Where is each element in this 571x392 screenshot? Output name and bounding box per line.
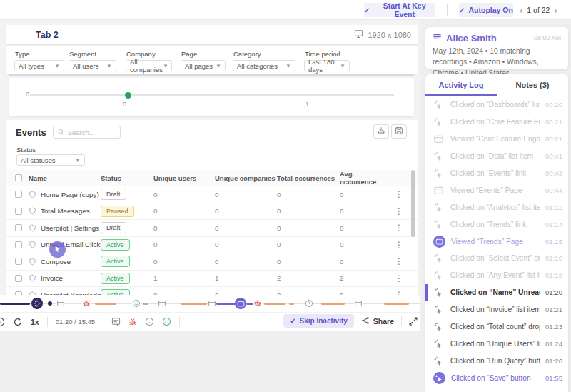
status-badge: Draft	[101, 189, 126, 200]
prev-recording-button[interactable]: ‹	[520, 6, 522, 15]
activity-label: Clicked on “Total count” dropdown	[450, 323, 540, 331]
horizontal-scrollbar[interactable]	[9, 74, 414, 76]
column-header[interactable]: Name	[29, 174, 101, 182]
activity-log-item[interactable]: Clicked on “Any Event” list item01:18	[425, 267, 568, 284]
activity-log-item[interactable]: Clicked on “Data” list item00:41	[425, 148, 568, 165]
filter-select[interactable]: All companies▼	[126, 60, 172, 71]
next-recording-button[interactable]: ›	[554, 6, 557, 15]
row-menu-button[interactable]: ⋮	[385, 256, 413, 266]
activity-log-item[interactable]: Clicked on “Save” button01:55	[425, 369, 568, 386]
row-menu-button[interactable]: ⋮	[385, 273, 413, 283]
activity-log-item[interactable]: Clicked on “Name” Unread Email C...01:20	[425, 284, 568, 301]
click-icon	[434, 305, 445, 314]
start-at-key-event-button[interactable]: ✓Start At Key Event	[364, 3, 435, 17]
expand-icon[interactable]	[409, 317, 418, 326]
note-icon[interactable]	[111, 317, 121, 326]
activity-log-item[interactable]: Clicked on “Trends” link01:14	[425, 216, 568, 233]
replay-icon[interactable]	[13, 317, 23, 327]
timeline-current-marker[interactable]	[31, 298, 43, 309]
chart-data-point[interactable]	[125, 92, 131, 99]
activity-log-item[interactable]: Clicked on “Unique Users” list item01:24	[425, 335, 568, 352]
activity-log-item[interactable]: Viewed “Core Feature Engagment”00:21	[425, 131, 568, 148]
filter-label: Segment	[69, 50, 116, 58]
pause-button[interactable]	[0, 317, 5, 327]
user-name[interactable]: Alice Smith	[446, 33, 534, 44]
autoplay-button[interactable]: ✓Autoplay On	[459, 3, 513, 17]
menu-icon[interactable]	[433, 32, 442, 44]
table-row[interactable]: Userpilot | SettingsDraft0000⋮	[6, 220, 418, 237]
error-icon[interactable]	[128, 318, 137, 326]
activity-log-item[interactable]: Viewed “Trends” Page01:15	[425, 233, 568, 250]
page-event-icon[interactable]	[355, 300, 363, 308]
column-header[interactable]: Unique users	[153, 174, 215, 182]
save-view-button[interactable]	[391, 124, 407, 139]
row-checkbox[interactable]	[15, 191, 22, 198]
smiley-event-icon[interactable]	[132, 299, 141, 308]
row-checkbox[interactable]	[15, 241, 22, 248]
playback-timeline[interactable]	[0, 296, 420, 311]
tab-notes-3-[interactable]: Notes (3)	[497, 74, 568, 96]
events-search[interactable]	[53, 126, 121, 139]
column-header[interactable]: Status	[101, 174, 153, 182]
page-event-icon[interactable]	[158, 300, 166, 308]
activity-log-item[interactable]: Clicked on “Total count” dropdown01:23	[425, 318, 568, 336]
activity-log-item[interactable]: Clicked on “Invoice” list item01:21	[425, 301, 568, 318]
chevron-down-icon: ▼	[340, 63, 345, 69]
row-menu-button[interactable]: ⋮	[385, 240, 413, 250]
tab-activity-log[interactable]: Activity Log	[425, 74, 497, 96]
table-row[interactable]: Total MeesagesPaused0000⋮	[6, 203, 418, 221]
sad-face-icon[interactable]	[145, 317, 154, 326]
column-header[interactable]: Total occurrences	[277, 174, 340, 182]
row-checkbox[interactable]	[15, 275, 22, 282]
column-header[interactable]: Avg. occurrence	[340, 170, 385, 186]
page-event-icon[interactable]	[208, 300, 216, 308]
row-menu-button[interactable]: ⋮	[385, 223, 413, 233]
column-header[interactable]: Unique companies	[215, 174, 277, 182]
row-menu-button[interactable]: ⋮	[385, 206, 413, 216]
events-title: Events	[16, 127, 46, 138]
timeline-activity-segment	[321, 303, 345, 305]
activity-log-item[interactable]: Clicked on “Select Event” dropdown01:16	[425, 250, 568, 267]
activity-log-item[interactable]: Clicked on “Dashboards” list item00:20	[425, 96, 568, 114]
table-row[interactable]: ComposeActive0000⋮	[6, 253, 418, 271]
table-row[interactable]: Unread Email ClickActive0000⋮	[6, 237, 418, 254]
row-checkbox[interactable]	[15, 224, 22, 231]
status-filter-select[interactable]: All statuses▼	[16, 154, 85, 166]
filter-select[interactable]: All users▼	[69, 60, 116, 71]
download-button[interactable]	[373, 124, 389, 139]
filter-select[interactable]: Last 180 days▼	[304, 60, 350, 71]
skip-inactivity-button[interactable]: ✓Skip Inactivity	[283, 314, 354, 328]
timeline-viewed-marker[interactable]	[235, 298, 246, 309]
activity-log-item[interactable]: Clicked on “Run Query” button01:26	[425, 352, 568, 369]
table-row[interactable]: Userpilot Knowledge ...Active0000⋮	[6, 287, 418, 295]
activity-log-item[interactable]: Clicked on “Core Feature Engagem...00:21	[425, 114, 568, 131]
metric-value: 0	[340, 224, 385, 232]
activity-log-item[interactable]: Viewed “Events” Page00:44	[425, 181, 568, 198]
row-menu-button[interactable]: ⋮	[385, 290, 413, 295]
filter-select[interactable]: All types▼	[14, 60, 64, 71]
error-event-icon[interactable]	[253, 299, 262, 308]
page-event-icon[interactable]	[57, 300, 65, 308]
clock-event-icon[interactable]	[305, 299, 313, 308]
select-all-checkbox[interactable]	[15, 174, 22, 181]
share-button[interactable]: Share	[361, 316, 394, 326]
activity-log-item[interactable]: Clicked on “Events” link00:43	[425, 165, 568, 182]
happy-face-icon[interactable]	[162, 317, 171, 326]
row-checkbox[interactable]	[15, 208, 22, 215]
table-row[interactable]: Home Page (copy)Draft0000⋮	[6, 186, 418, 203]
error-event-icon[interactable]	[82, 299, 91, 308]
row-menu-button[interactable]: ⋮	[385, 189, 413, 199]
event-name: Home Page (copy)	[41, 191, 99, 198]
table-row[interactable]: InvoiceActive1122⋮	[6, 271, 418, 288]
filter-select[interactable]: All pages▼	[181, 60, 226, 71]
vertical-scrollbar[interactable]	[411, 170, 415, 237]
click-icon	[434, 117, 445, 126]
filter-select[interactable]: All categories▼	[233, 60, 295, 71]
row-checkbox[interactable]	[15, 258, 22, 265]
event-name-cell: Home Page (copy)	[29, 191, 101, 198]
search-input[interactable]	[68, 129, 113, 136]
activity-timestamp: 00:21	[545, 118, 562, 126]
playback-speed-button[interactable]: 1x	[31, 318, 39, 326]
activity-log-item[interactable]: Clicked on “Analytics” list item01:12	[425, 198, 568, 216]
status-cell: Active	[101, 239, 153, 251]
